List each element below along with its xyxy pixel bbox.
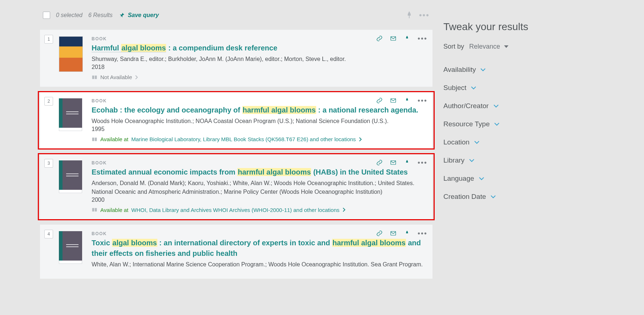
result-number: 4 [44,230,53,238]
pin-icon[interactable] [404,35,410,42]
filter-library[interactable]: Library [443,151,581,169]
chevron-down-icon [474,140,480,144]
filter-label: Subject [443,84,466,92]
result-card[interactable]: 3 BOOK Estimated annual economic impacts… [40,154,432,219]
resource-type-label: BOOK [92,231,425,236]
chevron-right-icon [359,137,362,142]
filter-availability[interactable]: Availability [443,61,581,79]
card-actions: ••• [376,97,427,104]
result-authors: Shumway, Sandra E., editor.; Burkholder,… [92,55,425,63]
selected-count: 0 selected [56,12,82,19]
filter-subject[interactable]: Subject [443,79,581,97]
filter-label: Author/Creator [443,102,489,110]
card-actions: ••• [376,35,427,42]
resource-type-label: BOOK [92,36,425,41]
chevron-down-icon [494,122,500,126]
results-column: 0 selected 6 Results Save query ••• 1 BO… [40,0,432,284]
tweak-title: Tweak your results [443,21,581,33]
result-authors: Woods Hole Oceanographic Institution.; N… [92,117,425,125]
filter-label: Resource Type [443,120,490,128]
chevron-down-icon [479,176,484,181]
chevron-right-icon [135,75,138,80]
save-query-button[interactable]: Save query [118,12,159,19]
availability[interactable]: Available at WHOI, Data Library and Arch… [92,207,425,213]
result-title[interactable]: Ecohab : the ecology and oceanography of… [92,105,425,115]
result-number: 2 [44,97,53,106]
email-icon[interactable] [390,97,397,104]
card-actions: ••• [376,230,427,237]
availability-status: Available at [100,207,128,213]
result-number: 1 [44,35,53,44]
email-icon[interactable] [390,230,397,237]
sort-label: Sort by [443,43,464,50]
availability-location: WHOI, Data Library and Archives WHOI Arc… [131,207,339,213]
result-title[interactable]: Harmful algal blooms : a compendium desk… [92,43,425,53]
chevron-down-icon [469,158,475,163]
sort-value: Relevance [469,43,500,50]
chevron-down-icon [480,68,486,72]
availability-status: Not Available [100,74,132,80]
book-generic-thumb [59,231,82,262]
header-pin-icon[interactable] [405,11,413,19]
filter-label: Availability [443,66,476,74]
pin-icon[interactable] [404,97,410,104]
sort-dropdown[interactable]: Relevance [469,43,509,50]
result-card[interactable]: 1 BOOK Harmful algal blooms : a compendi… [40,30,432,87]
result-year: 2018 [92,64,425,70]
result-authors: Anderson, Donald M. (Donald Mark); Kaoru… [92,179,425,196]
availability[interactable]: Available at Marine Biological Laborator… [92,136,425,142]
filter-language[interactable]: Language [443,169,581,188]
book-cover-thumb [59,36,83,72]
more-icon[interactable]: ••• [418,230,427,237]
results-count: 6 Results [88,12,113,19]
book-generic-thumb [59,160,82,191]
header-more-icon[interactable]: ••• [419,11,430,19]
pin-icon [118,12,125,19]
pin-icon[interactable] [404,159,410,166]
result-year: 2000 [92,197,425,203]
result-card[interactable]: 2 BOOK Ecohab : the ecology and oceanogr… [40,92,432,149]
link-icon[interactable] [376,97,383,104]
chevron-down-icon [490,195,496,199]
filter-label: Creation Date [443,193,486,201]
resource-type-label: BOOK [92,160,425,165]
dropdown-caret-icon [504,45,509,49]
pin-icon[interactable] [404,230,410,237]
select-all-checkbox[interactable] [43,12,50,19]
save-query-label: Save query [128,12,159,19]
sidebar: Tweak your results Sort by Relevance Ava… [443,0,581,284]
book-status-icon [92,137,97,142]
filter-label: Language [443,175,474,183]
email-icon[interactable] [390,35,397,42]
chevron-right-icon [342,207,346,212]
card-actions: ••• [376,159,427,166]
availability-location: Marine Biological Laboratory, Library MB… [131,136,356,142]
result-title[interactable]: Estimated annual economic impacts from h… [92,167,425,177]
result-title[interactable]: Toxic algal blooms : an international di… [92,238,425,259]
chevron-down-icon [493,104,499,108]
filter-location[interactable]: Location [443,133,581,151]
more-icon[interactable]: ••• [418,97,427,104]
book-status-icon [92,75,97,80]
resource-type-label: BOOK [92,98,425,103]
sort-row[interactable]: Sort by Relevance [443,43,581,50]
chevron-down-icon [471,86,476,90]
filter-author-creator[interactable]: Author/Creator [443,97,581,115]
link-icon[interactable] [376,230,383,237]
filter-creation-date[interactable]: Creation Date [443,188,581,206]
filter-label: Location [443,138,470,146]
email-icon[interactable] [390,159,397,166]
book-status-icon [92,207,97,212]
result-number: 3 [44,159,53,168]
result-authors: White, Alan W.; International Marine Sci… [92,260,425,269]
availability[interactable]: Not Available [92,74,425,80]
filter-resource-type[interactable]: Resource Type [443,115,581,133]
result-year: 1995 [92,126,425,132]
more-icon[interactable]: ••• [418,159,427,166]
filter-label: Library [443,156,464,164]
more-icon[interactable]: ••• [418,35,427,42]
book-generic-thumb [59,98,82,129]
link-icon[interactable] [376,35,383,42]
link-icon[interactable] [376,159,383,166]
result-card[interactable]: 4 BOOK Toxic algal blooms : an internati… [40,225,432,279]
